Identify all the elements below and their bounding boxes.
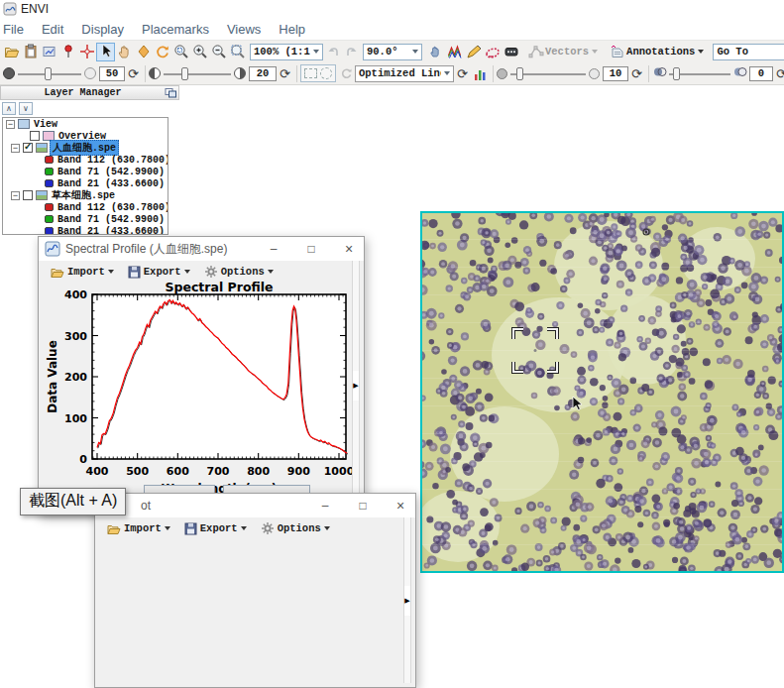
stretch-on-full-extent-button[interactable] xyxy=(302,66,318,80)
tree-row-blood-cells[interactable]: − ✓ 人血细胞.spe xyxy=(3,142,168,154)
cursor-value-button[interactable] xyxy=(426,43,445,61)
transparency-slider[interactable] xyxy=(669,65,730,82)
menu-edit[interactable]: Edit xyxy=(33,22,72,37)
expand-all-button[interactable]: ∨ xyxy=(19,102,33,115)
stretch-refresh-icon[interactable]: ⟳ xyxy=(454,66,471,81)
zoom-window-button[interactable] xyxy=(171,43,190,61)
dock-pin-icon[interactable] xyxy=(165,87,176,98)
annotations-menu-button[interactable] xyxy=(608,43,626,61)
roi-tool-button[interactable] xyxy=(483,43,502,61)
previous-extent-button[interactable] xyxy=(323,43,342,61)
vectors-menu-button[interactable] xyxy=(526,43,545,61)
next-extent-button[interactable] xyxy=(342,43,361,61)
contrast-slider[interactable] xyxy=(164,65,231,82)
side-panel-splitter[interactable]: ▶ xyxy=(352,261,360,511)
rotate-view-button[interactable] xyxy=(153,43,171,61)
paste-button[interactable] xyxy=(21,43,40,61)
stretch-type-combo[interactable]: Optimized Linear xyxy=(355,65,454,82)
collapse-icon[interactable]: − xyxy=(11,144,20,153)
tree-label[interactable]: Band 71 (542.9900) xyxy=(56,214,167,225)
splitter-arrow-icon[interactable]: ▶ xyxy=(353,371,359,401)
close-button[interactable]: × xyxy=(393,498,407,514)
overview-checkbox[interactable] xyxy=(30,131,40,141)
contrast-input[interactable]: 20 xyxy=(249,66,277,81)
tree-row-band[interactable]: Band 112 (630.7800) xyxy=(3,201,168,213)
splitter-arrow-icon[interactable]: ▶ xyxy=(404,586,410,616)
zoom-to-extent-button[interactable] xyxy=(228,43,247,61)
crosshair-tool-button[interactable] xyxy=(77,43,96,61)
spectral-profile-button[interactable] xyxy=(445,43,464,61)
image-view-canvas[interactable] xyxy=(420,211,784,573)
tree-row-herb-cells[interactable]: − 草本细胞.spe xyxy=(3,189,168,201)
collapse-icon[interactable]: − xyxy=(6,120,15,129)
zoom-level-combo[interactable]: 100% (1:1) xyxy=(250,44,323,60)
spectral-profile-chart[interactable]: 40050060070080090010000100200300400Spect… xyxy=(39,281,366,516)
collapse-icon[interactable]: − xyxy=(11,191,20,200)
collapse-all-button[interactable]: ∧ xyxy=(2,102,16,115)
contrast-high-icon xyxy=(234,67,246,79)
select-tool-button[interactable] xyxy=(96,43,115,61)
mensuration-button[interactable] xyxy=(502,43,520,61)
import-menu[interactable]: Import xyxy=(107,522,170,535)
stretch-reset-button[interactable] xyxy=(336,64,355,83)
menu-display[interactable]: Display xyxy=(72,22,133,37)
brightness-refresh-icon[interactable]: ⟳ xyxy=(125,66,142,81)
contrast-refresh-icon[interactable]: ⟳ xyxy=(277,66,293,81)
tree-label[interactable]: Band 21 (433.6600) xyxy=(56,226,167,236)
import-menu[interactable]: Import xyxy=(51,266,114,279)
menu-views[interactable]: Views xyxy=(218,22,270,37)
layer-manager-header[interactable]: Layer Manager xyxy=(0,85,179,100)
tree-row-view[interactable]: − View xyxy=(3,118,168,130)
spectral-profile-titlebar[interactable]: Spectral Profile (人血细胞.spe) – □ × xyxy=(39,237,364,261)
tree-label[interactable]: Band 112 (630.7800) xyxy=(56,155,168,166)
annotations-menu-label[interactable]: Annotations xyxy=(626,46,695,57)
zoom-out-button[interactable] xyxy=(209,43,228,61)
transparency-input[interactable]: 0 xyxy=(749,66,773,81)
menu-file[interactable]: File xyxy=(0,22,33,37)
maximize-button[interactable]: □ xyxy=(356,499,370,513)
tree-row-band[interactable]: Band 21 (433.6600) xyxy=(3,225,168,235)
histogram-stretch-button[interactable] xyxy=(471,64,490,83)
tree-label[interactable]: View xyxy=(32,119,59,130)
maximize-button[interactable]: □ xyxy=(304,242,318,256)
tree-label[interactable]: Band 21 (433.6600) xyxy=(56,178,167,189)
zoom-in-button[interactable] xyxy=(190,43,209,61)
tree-row-band[interactable]: Band 71 (542.9900) xyxy=(3,213,168,225)
tree-label[interactable]: Band 71 (542.9900) xyxy=(56,167,167,177)
transparency-refresh-icon[interactable]: ⟳ xyxy=(773,66,784,81)
arbitrary-profile-button[interactable] xyxy=(464,43,483,61)
export-menu[interactable]: Export xyxy=(184,522,247,535)
tree-row-band[interactable]: Band 71 (542.9900) xyxy=(3,166,168,177)
stretch-on-view-extent-button[interactable] xyxy=(318,66,334,80)
minimize-button[interactable]: – xyxy=(318,499,332,513)
menu-placemarks[interactable]: Placemarks xyxy=(133,22,218,37)
placemark-button[interactable] xyxy=(58,43,77,61)
brightness-slider[interactable] xyxy=(18,65,81,82)
layer-checkbox-checked[interactable]: ✓ xyxy=(23,143,33,153)
menu-help[interactable]: Help xyxy=(270,22,314,37)
side-panel-splitter[interactable]: ▶ xyxy=(403,517,411,683)
sharpen-refresh-icon[interactable]: ⟳ xyxy=(628,66,645,81)
data-manager-button[interactable] xyxy=(40,43,58,61)
options-menu[interactable]: Options xyxy=(204,265,274,279)
sharpen-input[interactable]: 10 xyxy=(603,66,628,81)
vectors-menu-label[interactable]: Vectors xyxy=(545,46,589,57)
tree-label[interactable]: 草本细胞.spe xyxy=(50,188,117,202)
open-file-button[interactable] xyxy=(2,43,21,61)
brightness-input[interactable]: 50 xyxy=(99,66,125,81)
layer-checkbox-unchecked[interactable] xyxy=(23,190,33,200)
rotation-combo[interactable]: 90.0° xyxy=(363,44,422,60)
tree-label[interactable]: Band 112 (630.7800) xyxy=(56,202,168,213)
sharpen-slider[interactable] xyxy=(510,65,586,82)
export-menu[interactable]: Export xyxy=(128,266,190,279)
close-button[interactable]: × xyxy=(342,241,356,257)
pan-hand-icon xyxy=(117,44,133,59)
plot-window-titlebar[interactable]: ot – □ × xyxy=(95,494,415,517)
minimize-button[interactable]: – xyxy=(267,242,280,256)
goto-combo[interactable]: Go To xyxy=(713,44,784,60)
fly-tool-button[interactable] xyxy=(134,43,153,61)
rotate-icon xyxy=(155,44,170,59)
pan-tool-button[interactable] xyxy=(115,43,134,61)
options-menu[interactable]: Options xyxy=(261,521,330,535)
tree-row-band[interactable]: Band 112 (630.7800) xyxy=(3,154,168,166)
